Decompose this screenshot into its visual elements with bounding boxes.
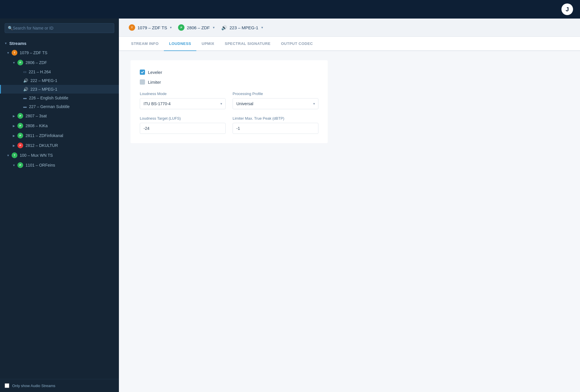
program-icon-2812: P (17, 143, 23, 148)
tree-item-2808[interactable]: ▶ P 2808 – KiKa (0, 121, 119, 131)
label-2811: 2811 – ZDFinfokanal (26, 133, 63, 138)
tree-section-streams[interactable]: ▼ Streams (0, 39, 119, 48)
subtitle-icon-226: ▬ (23, 96, 27, 100)
label-221: 221 – H.264 (29, 70, 51, 74)
ts-icon-1079: T (12, 50, 17, 56)
bc-icon-2806: P (178, 24, 184, 31)
program-icon-1101: P (17, 162, 23, 168)
tree-item-226[interactable]: ▶ ▬ 226 – English Subtitle (0, 94, 119, 102)
tree-item-1079[interactable]: ▼ T 1079 – ZDF TS (0, 48, 119, 58)
loudness-target-group: Loudness Target (LUFS) -24 (140, 116, 226, 134)
tab-content-loudness: Leveler Limiter Loudness Mode ITU BS-177… (119, 51, 580, 392)
label-222: 222 – MPEG-1 (30, 78, 57, 83)
breadcrumb-item-1079[interactable]: T 1079 – ZDF TS ▾ (126, 23, 175, 32)
content-panel: T 1079 – ZDF TS ▾ P 2806 – ZDF ▾ 🔊 223 –… (119, 19, 580, 392)
label-223: 223 – MPEG-1 (30, 87, 57, 92)
limiter-max-group: Limiter Max. True Peak (dBTP) -1 (233, 116, 318, 134)
loudness-section: Leveler Limiter Loudness Mode ITU BS-177… (130, 60, 328, 143)
tree-item-221[interactable]: ▶ ▭ 221 – H.264 (0, 68, 119, 76)
bc-arrow-3: ▾ (261, 25, 264, 30)
form-row-2: Loudness Target (LUFS) -24 Limiter Max. … (140, 116, 318, 134)
processing-profile-group: Processing Profile Universal Music Speec… (233, 92, 318, 109)
main-layout: 🔍 ▼ Streams ▼ T 1079 – ZDF TS (0, 19, 580, 392)
search-icon: 🔍 (8, 26, 13, 30)
tree-item-223[interactable]: ▶ 🔊 223 – MPEG-1 (0, 85, 119, 94)
processing-profile-select[interactable]: Universal Music Speech Film (233, 98, 318, 109)
processing-profile-label: Processing Profile (233, 92, 318, 96)
tree-item-100[interactable]: ▼ T 100 – Mux WN TS (0, 150, 119, 160)
expand-icon-2808: ▶ (12, 123, 16, 128)
loudness-mode-select-wrap: ITU BS-1770-4 EBU R128 ATSC A/85 Custom (140, 98, 226, 109)
expand-icon-1079: ▼ (6, 50, 10, 55)
tree-item-2812[interactable]: ▶ P 2812 – DKULTUR (0, 141, 119, 150)
tab-spectral-signature[interactable]: SPECTRAL SIGNATURE (220, 37, 276, 51)
loudness-target-input[interactable]: -24 (140, 123, 226, 134)
label-2806: 2806 – ZDF (26, 60, 47, 65)
loudness-target-label: Loudness Target (LUFS) (140, 116, 226, 121)
tree-item-2806[interactable]: ▼ P 2806 – ZDF (0, 58, 119, 68)
program-icon-2807: P (17, 113, 23, 119)
search-input[interactable] (13, 26, 111, 30)
audio-icon-222: 🔊 (23, 78, 28, 83)
processing-profile-select-wrap: Universal Music Speech Film (233, 98, 318, 109)
form-row-1: Loudness Mode ITU BS-1770-4 EBU R128 ATS… (140, 92, 318, 109)
bc-arrow-2: ▾ (212, 25, 215, 30)
expand-icon-2811: ▶ (12, 133, 16, 138)
user-icon[interactable]: J (561, 3, 573, 15)
expand-icon-2806: ▼ (12, 60, 16, 65)
label-1079: 1079 – ZDF TS (20, 50, 47, 55)
breadcrumb-item-223[interactable]: 🔊 223 – MPEG-1 ▾ (218, 23, 267, 32)
expand-icon-2812: ▶ (12, 143, 16, 148)
sidebar: 🔍 ▼ Streams ▼ T 1079 – ZDF TS (0, 19, 119, 392)
audio-only-checkbox[interactable] (5, 383, 9, 388)
top-bar: J (0, 0, 580, 19)
tree-item-227[interactable]: ▶ ▬ 227 – German Subtitle (0, 102, 119, 111)
tree-item-2811[interactable]: ▶ P 2811 – ZDFinfokanal (0, 131, 119, 141)
tab-loudness[interactable]: LOUDNESS (164, 37, 196, 51)
leveler-label: Leveler (148, 70, 162, 75)
expand-icon-2807: ▶ (12, 114, 16, 118)
audio-icon-223: 🔊 (23, 87, 28, 92)
expand-icon-1101: ▼ (12, 163, 16, 167)
limiter-max-label: Limiter Max. True Peak (dBTP) (233, 116, 318, 121)
label-227: 227 – German Subtitle (29, 104, 70, 109)
limiter-checkbox[interactable] (140, 79, 145, 85)
limiter-label: Limiter (148, 80, 161, 85)
bc-icon-1079: T (129, 24, 135, 31)
leveler-row: Leveler (140, 70, 318, 75)
video-icon-221: ▭ (23, 70, 26, 74)
label-2812: 2812 – DKULTUR (26, 143, 58, 148)
label-100: 100 – Mux WN TS (20, 153, 53, 158)
ts-icon-100: T (12, 152, 17, 158)
search-input-wrap: 🔍 (5, 23, 114, 33)
tab-output-codec[interactable]: OUTPUT CODEC (276, 37, 318, 51)
tab-bar: STREAM INFO LOUDNESS UPMIX SPECTRAL SIGN… (119, 37, 580, 51)
tree-item-1101[interactable]: ▼ P 1101 – ORFeins (0, 160, 119, 170)
label-2808: 2808 – KiKa (26, 123, 48, 128)
label-1101: 1101 – ORFeins (26, 163, 55, 167)
subtitle-icon-227: ▬ (23, 105, 27, 109)
loudness-mode-select[interactable]: ITU BS-1770-4 EBU R128 ATSC A/85 Custom (140, 98, 226, 109)
tab-upmix[interactable]: UPMIX (196, 37, 220, 51)
tree-item-222[interactable]: ▶ 🔊 222 – MPEG-1 (0, 76, 119, 85)
tree-item-2807[interactable]: ▶ P 2807 – 3sat (0, 111, 119, 121)
limiter-max-input[interactable]: -1 (233, 123, 318, 134)
expand-icon-100: ▼ (6, 153, 10, 158)
program-icon-2811: P (17, 133, 23, 138)
breadcrumb-item-2806[interactable]: P 2806 – ZDF ▾ (175, 23, 218, 32)
streams-label: Streams (9, 41, 26, 46)
tab-stream-info[interactable]: STREAM INFO (126, 37, 164, 51)
program-icon-2808: P (17, 123, 23, 129)
expand-icon-streams: ▼ (3, 41, 8, 46)
tree-root: ▼ Streams ▼ T 1079 – ZDF TS ▼ P 2806 – Z… (0, 37, 119, 172)
breadcrumb-bar: T 1079 – ZDF TS ▾ P 2806 – ZDF ▾ 🔊 223 –… (119, 19, 580, 37)
label-226: 226 – English Subtitle (29, 96, 68, 100)
leveler-checkbox[interactable] (140, 70, 145, 75)
loudness-mode-label: Loudness Mode (140, 92, 226, 96)
sidebar-footer: Only show Audio Streams (0, 379, 119, 392)
bc-label-1079: 1079 – ZDF TS (137, 25, 167, 30)
search-bar: 🔍 (0, 19, 119, 37)
bc-label-223: 223 – MPEG-1 (230, 25, 258, 30)
tree-container: ▼ Streams ▼ T 1079 – ZDF TS ▼ P 2806 – Z… (0, 37, 119, 379)
bc-arrow-1: ▾ (169, 25, 172, 30)
